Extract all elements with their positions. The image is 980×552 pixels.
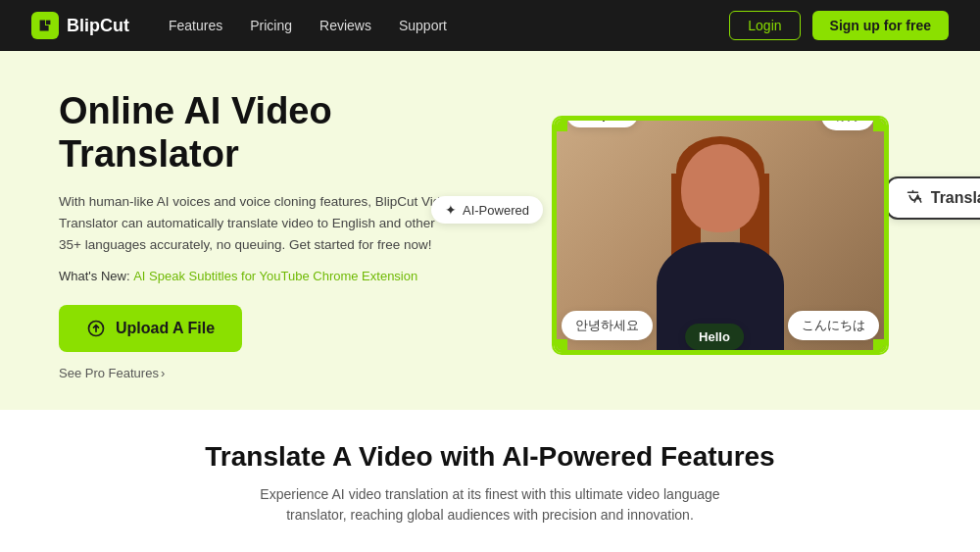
hello-label: Hello	[685, 324, 744, 350]
logo-svg	[36, 17, 54, 34]
annyong-label: 안녕하세요	[562, 311, 653, 340]
translate-text: Translate	[931, 189, 980, 207]
hero-left: Online AI Video Translator With human-li…	[59, 90, 461, 380]
ai-star-icon: ✦	[445, 202, 457, 218]
upload-label: Upload A File	[116, 320, 215, 337]
see-pro-text: See Pro Features	[59, 366, 159, 380]
person-silhouette	[642, 134, 799, 350]
nav-support[interactable]: Support	[399, 18, 447, 33]
logo-text: BlipCut	[67, 16, 129, 36]
bonjour-text: Bonjour	[580, 118, 624, 122]
hero-right: ✦ AI-Powered Translate	[519, 118, 921, 353]
whats-new: What's New: AI Speak Subtitles for YouTu…	[59, 269, 461, 283]
konnichiwa-label: こんにちは	[788, 311, 879, 340]
features-description: Experience AI video translation at its f…	[245, 484, 735, 526]
corner-tl	[554, 118, 567, 131]
corner-tr	[873, 118, 887, 131]
bonjour-label: Bonjour	[566, 118, 638, 127]
nihao-label: 你好	[821, 118, 874, 130]
logo-icon	[31, 12, 59, 39]
login-button[interactable]: Login	[729, 11, 800, 40]
hero-description: With human-like AI voices and voice clon…	[59, 191, 461, 255]
whats-new-link[interactable]: AI Speak Subtitles for YouTube Chrome Ex…	[133, 269, 417, 283]
hero-image-frame: Bonjour 你好 안녕하세요 Hello こんにちは	[554, 118, 887, 353]
nav-features[interactable]: Features	[169, 18, 222, 33]
hello-text: Hello	[699, 329, 730, 344]
see-pro-chevron: ›	[161, 366, 165, 380]
see-pro-link[interactable]: See Pro Features ›	[59, 366, 461, 380]
upload-button[interactable]: Upload A File	[59, 305, 242, 352]
whats-new-prefix: What's New:	[59, 269, 130, 283]
nav-reviews[interactable]: Reviews	[319, 18, 371, 33]
features-title: Translate A Video with AI-Powered Featur…	[59, 441, 921, 473]
hero-title: Online AI Video Translator	[59, 90, 461, 176]
translate-badge: Translate	[886, 176, 980, 220]
ai-powered-text: AI-Powered	[463, 203, 529, 218]
signup-button[interactable]: Sign up for free	[812, 11, 949, 40]
ai-powered-badge: ✦ AI-Powered	[431, 196, 543, 224]
konnichiwa-text: こんにちは	[802, 318, 865, 332]
navbar: BlipCut Features Pricing Reviews Support…	[0, 0, 980, 51]
nav-pricing[interactable]: Pricing	[250, 18, 292, 33]
nav-actions: Login Sign up for free	[729, 11, 949, 40]
upload-icon	[86, 319, 106, 338]
features-section: Translate A Video with AI-Powered Featur…	[0, 410, 980, 552]
hero-section: Online AI Video Translator With human-li…	[0, 51, 980, 410]
nav-links: Features Pricing Reviews Support	[169, 18, 698, 33]
corner-br	[873, 339, 887, 353]
annyong-text: 안녕하세요	[575, 318, 639, 332]
translate-icon	[906, 188, 925, 208]
nihao-text: 你好	[835, 118, 860, 123]
logo[interactable]: BlipCut	[31, 12, 129, 39]
head	[681, 144, 760, 232]
corner-bl	[554, 339, 567, 353]
